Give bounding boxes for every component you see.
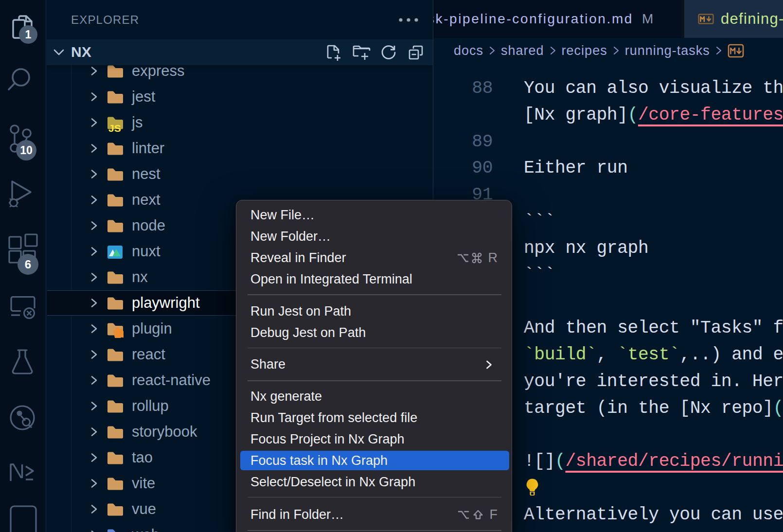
svg-text:JS: JS bbox=[108, 123, 121, 132]
